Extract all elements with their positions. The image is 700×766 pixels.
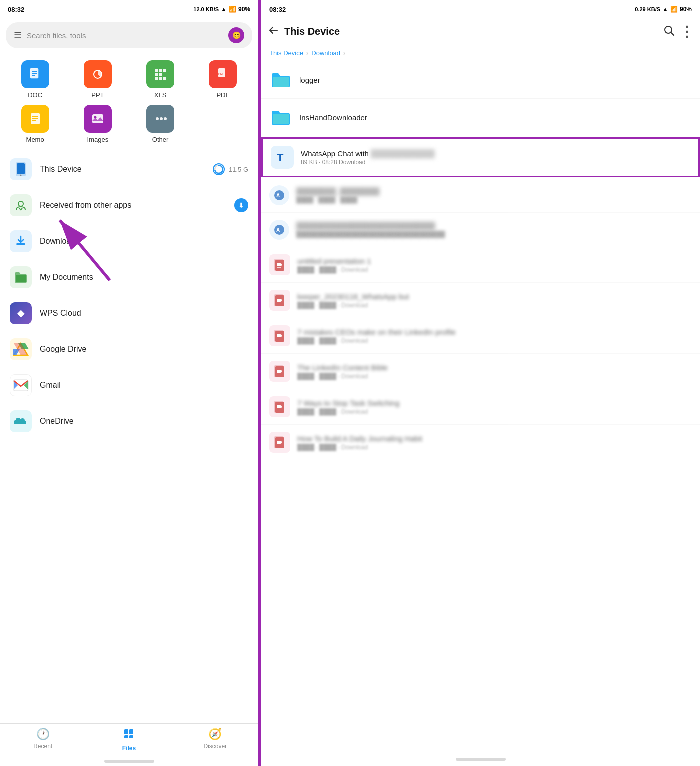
svg-text:A: A [276, 227, 280, 233]
svg-rect-40 [124, 735, 128, 738]
nav-recent[interactable]: 🕐 Recent [0, 728, 86, 752]
svg-rect-26 [17, 163, 25, 174]
list-item-gdrive[interactable]: Google Drive [2, 331, 256, 367]
folder-icon-logger [270, 68, 292, 91]
received-icon [10, 194, 32, 216]
file2-meta: ███████████████████████████████████ [296, 231, 692, 238]
list-item-gmail[interactable]: Gmail [2, 367, 256, 403]
svg-rect-13 [163, 77, 166, 80]
file-item-8[interactable]: How To Build A Daily Journaling Habit ██… [262, 425, 700, 460]
svg-line-43 [672, 32, 674, 35]
onedrive-icon [10, 410, 32, 432]
ppt-icon-7 [270, 396, 290, 417]
file2-name: ████████████████████████████ [296, 222, 692, 230]
pdf-label: PDF [216, 91, 230, 99]
file-type-memo[interactable]: Memo [6, 105, 64, 143]
file-item-logger[interactable]: logger [262, 61, 700, 99]
file3-name: untitled presentation 1 [298, 257, 692, 265]
svg-rect-39 [130, 729, 134, 734]
svg-rect-10 [159, 73, 162, 76]
file-item-5[interactable]: 7 mistakes CEOs make on their LinkedIn p… [262, 318, 700, 354]
xls-icon [146, 60, 174, 88]
ppt-icon [84, 60, 112, 88]
file-type-images[interactable]: Images [68, 105, 127, 143]
list-item-wpscloud[interactable]: ◆ WPS Cloud [2, 295, 256, 331]
pdf-icon: PDF [209, 60, 237, 88]
nav-discover[interactable]: 🧭 Discover [172, 728, 258, 752]
home-indicator-left [104, 760, 154, 763]
folder-icon-ins [270, 106, 292, 129]
list-item-download[interactable]: Download [2, 223, 256, 259]
file3-meta: ████ · ████ · Download [298, 266, 692, 273]
right-header-title: This Device [284, 26, 658, 37]
list-item-received[interactable]: Received from other apps ⬇ [2, 187, 256, 223]
file4-name: keeper_20230118_WhatsApp but [298, 292, 692, 301]
right-time: 08:32 [270, 6, 286, 13]
file-type-grid-row2: Memo Images Other [0, 103, 258, 151]
svg-rect-9 [155, 73, 158, 76]
file-item-2[interactable]: A ████████████████████████████ █████████… [262, 213, 700, 247]
this-device-icon [10, 158, 32, 180]
file-item-ins-downloader[interactable]: InsHandDownloader [262, 99, 700, 136]
breadcrumb-sep-2: › [344, 49, 346, 57]
file-type-doc[interactable]: DOC [6, 60, 64, 99]
file-type-xls[interactable]: XLS [132, 60, 190, 99]
file1-info: ████████_████████ ████ · ████ · ████ [296, 187, 692, 203]
header-more-button[interactable]: ⋮ [680, 23, 694, 40]
network-speed: 12.0 KB/S [194, 6, 219, 12]
images-icon [84, 105, 112, 133]
header-search-button[interactable] [663, 24, 675, 39]
breadcrumb-part-1[interactable]: This Device [270, 49, 304, 57]
list-item-onedrive[interactable]: OneDrive [2, 403, 256, 439]
download-list-icon [10, 230, 32, 252]
list-item-mydocs[interactable]: My Documents [2, 259, 256, 295]
file-item-7[interactable]: 7 Ways to Stop Task Switching ████ · ███… [262, 389, 700, 425]
list-item-this-device[interactable]: This Device 11.5 G [2, 151, 256, 187]
file3-info: untitled presentation 1 ████ · ████ · Do… [298, 257, 692, 273]
file-item-6[interactable]: The LinkedIn Content Bible ████ · ████ ·… [262, 354, 700, 389]
file6-meta: ████ · ████ · Download [298, 373, 692, 380]
download-label: Download [40, 237, 248, 246]
discover-icon: 🧭 [208, 728, 222, 741]
mydocs-icon [10, 266, 32, 288]
file-item-whatsapp[interactable]: T WhatsApp Chat with ████████████ 89 KB … [262, 137, 700, 177]
back-button[interactable] [268, 24, 280, 39]
right-signal-icon: 📶 [670, 6, 678, 13]
ppt-icon-5 [270, 325, 290, 346]
svg-point-30 [18, 201, 24, 206]
file-item-1[interactable]: A ████████_████████ ████ · ████ · ████ [262, 178, 700, 213]
file-type-ppt[interactable]: PPT [68, 60, 127, 99]
breadcrumb-part-2[interactable]: Download [312, 49, 340, 57]
svg-point-27 [20, 175, 22, 176]
file5-meta: ████ · ████ · Download [298, 337, 692, 344]
right-wifi-icon: ▲ [662, 6, 668, 13]
storage-meta: 11.5 G [229, 166, 248, 173]
recent-label: Recent [34, 743, 52, 750]
breadcrumb: This Device › Download › [262, 45, 700, 61]
file2-info: ████████████████████████████ ███████████… [296, 222, 692, 238]
xls-label: XLS [154, 91, 167, 99]
home-indicator-right [456, 758, 506, 761]
right-header: This Device ⋮ [262, 18, 700, 45]
file-item-3[interactable]: untitled presentation 1 ████ · ████ · Do… [262, 247, 700, 283]
nav-files[interactable]: Files [86, 728, 172, 752]
doc-icon [22, 60, 50, 88]
svg-text:PDF: PDF [218, 72, 224, 75]
avatar-icon[interactable]: 😊 [228, 27, 244, 43]
search-bar[interactable]: ☰ Search files, tools 😊 [6, 22, 252, 48]
file1-name: ████████_████████ [296, 187, 692, 195]
file-type-other[interactable]: Other [132, 105, 190, 143]
file4-meta: ████ · ████ · Download [298, 302, 692, 309]
left-panel: 08:32 12.0 KB/S ▲ 📶 90% ☰ Search files, … [0, 0, 260, 766]
file6-name: The LinkedIn Content Bible [298, 363, 692, 372]
file-type-pdf[interactable]: PDF PDF [194, 60, 252, 99]
svg-rect-6 [155, 69, 158, 72]
file7-name: 7 Ways to Stop Task Switching [298, 399, 692, 407]
hamburger-icon[interactable]: ☰ [14, 30, 22, 41]
received-label: Received from other apps [40, 201, 234, 210]
file7-info: 7 Ways to Stop Task Switching ████ · ███… [298, 399, 692, 415]
storage-list: This Device 11.5 G Received from other a… [0, 151, 258, 723]
file-item-4[interactable]: keeper_20230118_WhatsApp but ████ · ████… [262, 283, 700, 318]
right-panel: 08:32 0.29 KB/S ▲ 📶 90% This Device ⋮ Th… [260, 0, 700, 766]
other-icon [146, 105, 174, 133]
